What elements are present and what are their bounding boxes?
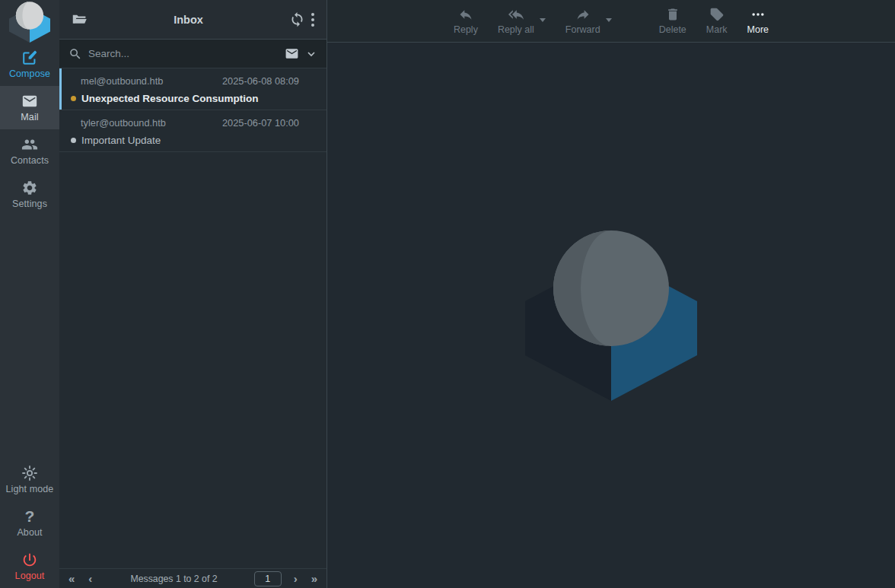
sidebar-item-label: Light mode <box>6 484 54 494</box>
sidebar-nav: Compose Mail Contacts Settings <box>0 43 59 216</box>
pagination-bar: « ‹ Messages 1 to 2 of 2 › » <box>59 568 326 588</box>
sidebar-item-mail[interactable]: Mail <box>0 86 59 129</box>
sun-icon <box>21 465 38 482</box>
roundcube-watermark-logo <box>525 230 697 401</box>
message-subject: Important Update <box>81 135 161 146</box>
compose-icon <box>21 49 38 66</box>
app-root: Compose Mail Contacts Settings <box>0 0 895 588</box>
message-date: 2025-06-08 08:09 <box>222 75 299 87</box>
sidebar-item-settings[interactable]: Settings <box>0 173 59 216</box>
sidebar-spacer <box>0 216 59 458</box>
sidebar-item-label: Compose <box>9 68 50 79</box>
mail-icon <box>21 93 38 110</box>
message-sender: tyler@outbound.htb <box>81 117 166 129</box>
forward-dropdown-caret[interactable] <box>606 18 612 22</box>
reply-all-icon <box>508 7 524 22</box>
search-scope-mail-icon[interactable] <box>285 46 299 61</box>
search-options-chevron-down-icon[interactable] <box>305 48 317 60</box>
power-icon <box>21 551 38 568</box>
message-list: mel@outbound.htb 2025-06-08 08:09 Unexpe… <box>59 68 326 568</box>
refresh-button[interactable] <box>286 8 308 30</box>
list-options-button[interactable] <box>308 10 317 30</box>
sidebar: Compose Mail Contacts Settings <box>0 0 59 588</box>
sidebar-item-label: Contacts <box>11 155 49 166</box>
sidebar-item-logout[interactable]: Logout <box>0 545 59 588</box>
more-button[interactable]: More <box>747 7 769 35</box>
sidebar-item-label: Mail <box>21 112 38 122</box>
sidebar-item-label: Settings <box>12 199 47 209</box>
trash-icon <box>665 7 680 22</box>
sidebar-item-label: About <box>17 527 42 538</box>
refresh-icon <box>289 11 305 27</box>
mail-view-pane: Reply Reply all Forward <box>327 0 895 588</box>
reply-icon <box>458 7 473 22</box>
sidebar-item-about[interactable]: ? About <box>0 501 59 545</box>
pagination-status: Messages 1 to 2 of 2 <box>104 574 243 584</box>
settings-icon <box>21 180 38 196</box>
page-number-input[interactable] <box>254 571 282 586</box>
message-subject: Unexpected Resource Consumption <box>81 93 259 104</box>
previous-page-button[interactable]: ‹ <box>87 573 94 584</box>
sidebar-item-compose[interactable]: Compose <box>0 43 59 86</box>
sidebar-item-label: Logout <box>15 571 45 581</box>
question-icon: ? <box>25 508 35 525</box>
app-logo[interactable] <box>0 0 59 43</box>
sidebar-item-contacts[interactable]: Contacts <box>0 129 59 173</box>
reply-all-button[interactable]: Reply all <box>498 7 534 35</box>
first-page-button[interactable]: « <box>67 573 76 584</box>
last-page-button[interactable]: » <box>310 573 319 584</box>
forward-button[interactable]: Forward <box>565 7 600 35</box>
mark-button[interactable]: Mark <box>706 7 728 35</box>
message-list-pane: Inbox mel@ <box>59 0 327 588</box>
more-dots-icon <box>750 7 766 22</box>
sidebar-item-light-mode[interactable]: Light mode <box>0 458 59 501</box>
folders-button[interactable] <box>68 8 91 30</box>
next-page-button[interactable]: › <box>292 573 299 584</box>
message-toolbar: Reply Reply all Forward <box>327 0 895 43</box>
unread-status-dot[interactable] <box>71 96 76 101</box>
search-icon <box>68 47 82 61</box>
search-bar <box>59 40 326 68</box>
folder-title: Inbox <box>91 14 286 26</box>
folder-open-icon <box>72 11 88 27</box>
sidebar-bottom-nav: Light mode ? About Logout <box>0 458 59 588</box>
tag-icon <box>709 7 725 22</box>
mail-view-content <box>327 43 895 588</box>
contacts-icon <box>21 136 38 153</box>
reply-button[interactable]: Reply <box>454 7 478 35</box>
list-header: Inbox <box>59 0 326 40</box>
search-input[interactable] <box>88 48 279 59</box>
delete-button[interactable]: Delete <box>659 7 686 35</box>
forward-icon <box>575 7 591 22</box>
read-status-dot[interactable] <box>71 138 76 143</box>
message-row[interactable]: mel@outbound.htb 2025-06-08 08:09 Unexpe… <box>59 68 326 110</box>
reply-all-dropdown-caret[interactable] <box>540 18 546 22</box>
roundcube-logo-icon <box>9 2 50 43</box>
message-sender: mel@outbound.htb <box>81 75 163 87</box>
kebab-icon <box>311 13 314 16</box>
message-row[interactable]: tyler@outbound.htb 2025-06-07 10:00 Impo… <box>59 110 326 152</box>
message-date: 2025-06-07 10:00 <box>222 117 299 129</box>
